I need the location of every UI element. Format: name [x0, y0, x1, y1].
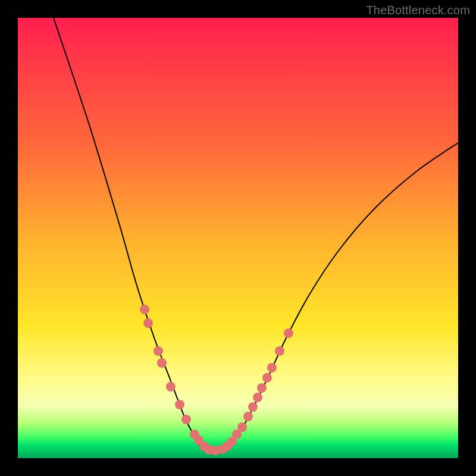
watermark-text: TheBottleneck.com	[366, 4, 470, 17]
data-marker	[275, 346, 284, 356]
data-marker	[166, 382, 176, 392]
data-marker	[143, 318, 153, 328]
data-marker	[262, 373, 272, 383]
data-marker	[267, 363, 277, 372]
data-marker	[154, 346, 163, 356]
markers-right-branch	[218, 328, 293, 454]
chart-frame: TheBottleneck.com	[0, 0, 476, 476]
plot-area	[18, 18, 458, 458]
bottleneck-curve	[54, 18, 458, 451]
data-marker	[237, 422, 247, 432]
data-marker	[181, 415, 191, 424]
data-marker	[140, 305, 149, 314]
data-marker	[248, 402, 258, 412]
data-marker	[253, 393, 262, 402]
data-marker	[157, 358, 167, 368]
data-marker	[284, 328, 293, 338]
data-marker	[257, 383, 267, 393]
markers-left-branch	[140, 305, 220, 455]
curve-layer	[18, 18, 458, 458]
data-marker	[243, 412, 253, 421]
data-marker	[175, 400, 184, 409]
